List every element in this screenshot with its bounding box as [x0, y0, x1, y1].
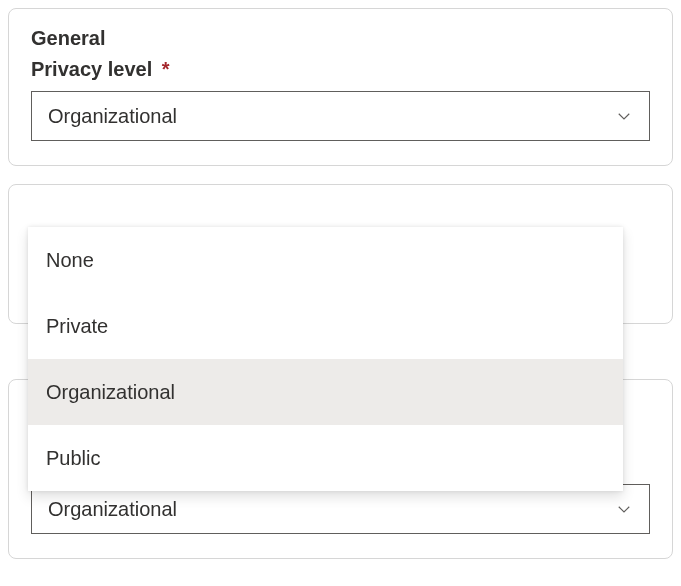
privacy-level-select-value: Organizational — [48, 105, 177, 128]
third-select-value: Organizational — [48, 498, 177, 521]
chevron-down-icon — [615, 107, 633, 125]
privacy-level-select[interactable]: Organizational — [31, 91, 650, 141]
dropdown-option-private[interactable]: Private — [28, 293, 623, 359]
privacy-level-dropdown: None Private Organizational Public — [28, 227, 623, 491]
privacy-level-label-text: Privacy level — [31, 58, 152, 80]
required-asterisk: * — [162, 58, 170, 80]
third-select[interactable]: Organizational — [31, 484, 650, 534]
third-select-wrap: Organizational — [31, 484, 650, 534]
chevron-down-icon — [615, 500, 633, 518]
dropdown-option-public[interactable]: Public — [28, 425, 623, 491]
general-card: General Privacy level * Organizational — [8, 8, 673, 166]
general-card-title: General — [31, 27, 650, 50]
dropdown-option-none[interactable]: None — [28, 227, 623, 293]
privacy-level-label: Privacy level * — [31, 58, 650, 81]
dropdown-option-organizational[interactable]: Organizational — [28, 359, 623, 425]
privacy-level-select-wrap: Organizational — [31, 91, 650, 141]
